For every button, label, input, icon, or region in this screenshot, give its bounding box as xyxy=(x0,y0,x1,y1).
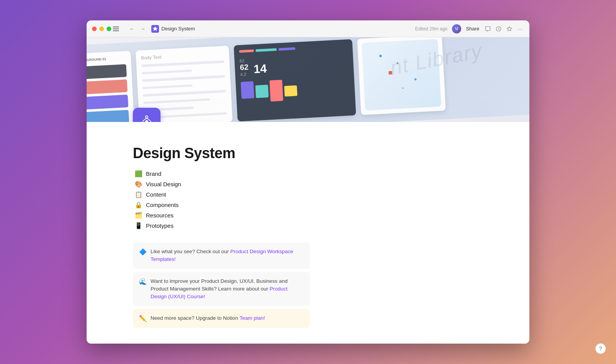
window-title: Design System xyxy=(161,26,195,32)
banner-card-dashboard: 62 62 4.2 14 xyxy=(234,39,356,122)
info-card-templates: 🔷 Like what you see? Check out our Produ… xyxy=(133,242,310,269)
banner-card-colors: BACKGROUND 01 xyxy=(87,51,134,122)
content-label: Content xyxy=(146,191,166,198)
sidebar-toggle-button[interactable] xyxy=(113,24,122,33)
help-button[interactable]: ? xyxy=(595,343,606,354)
content-icon: 📋 xyxy=(134,191,143,198)
comment-icon[interactable] xyxy=(484,25,492,33)
traffic-lights xyxy=(92,27,111,31)
nav-item-brand[interactable]: 🟩 Brand xyxy=(133,169,483,178)
main-content: Design System 🟩 Brand 🎨 Visual Design 📋 … xyxy=(87,122,529,343)
share-button[interactable]: Share xyxy=(466,26,479,32)
course-card-icon: 🌊 xyxy=(139,278,147,285)
clock-icon[interactable] xyxy=(495,25,502,33)
visual-design-label: Visual Design xyxy=(146,181,181,187)
titlebar-right-controls: Edited 29m ago U Share ··· xyxy=(415,24,524,33)
course-card-text: Want to improve your Product Design, UX/… xyxy=(151,277,304,301)
page-icon xyxy=(133,108,161,122)
nav-item-visual-design[interactable]: 🎨 Visual Design xyxy=(133,180,483,189)
page-title: Design System xyxy=(133,145,483,162)
star-icon[interactable] xyxy=(506,25,513,33)
info-cards: 🔷 Like what you see? Check out our Produ… xyxy=(133,242,310,328)
upgrade-card-text: Need more space? Upgrade to Notion Team … xyxy=(151,314,265,322)
brand-label: Brand xyxy=(146,170,161,177)
brand-icon: 🟩 xyxy=(134,170,143,177)
edited-timestamp: Edited 29m ago xyxy=(415,26,447,32)
maximize-button[interactable] xyxy=(107,27,111,31)
templates-card-text: Like what you see? Check out our Product… xyxy=(151,248,304,264)
app-window: ← → Design System Edited 29m ago U Share xyxy=(87,20,529,344)
templates-link[interactable]: Product Design Workspace Templates! xyxy=(151,249,293,262)
upgrade-card-icon: ✏️ xyxy=(139,315,147,322)
course-link[interactable]: Product Design (UX/UI) Course! xyxy=(151,286,288,299)
components-icon: 🔒 xyxy=(134,201,143,209)
components-label: Components xyxy=(146,202,179,208)
prototypes-label: Prototypes xyxy=(146,222,174,229)
templates-card-icon: 🔷 xyxy=(139,248,147,255)
info-card-course: 🌊 Want to improve your Product Design, U… xyxy=(133,272,310,306)
forward-button[interactable]: → xyxy=(138,24,147,33)
back-button[interactable]: ← xyxy=(127,24,137,33)
titlebar-action-icons: ··· xyxy=(484,25,524,33)
page-favicon xyxy=(151,25,159,33)
page-content: BACKGROUND 01 Body Text xyxy=(87,37,529,344)
titlebar: ← → Design System Edited 29m ago U Share xyxy=(87,20,529,37)
page-icon-wrapper xyxy=(133,108,161,122)
minimize-button[interactable] xyxy=(99,27,104,31)
page-nav-list: 🟩 Brand 🎨 Visual Design 📋 Content 🔒 Comp… xyxy=(133,169,483,230)
resources-icon: 🗂️ xyxy=(134,212,143,219)
nav-item-components[interactable]: 🔒 Components xyxy=(133,200,483,209)
user-avatar[interactable]: U xyxy=(452,24,461,33)
prototypes-icon: 📱 xyxy=(134,222,143,229)
visual-design-icon: 🎨 xyxy=(134,180,143,188)
navigation-controls: ← → xyxy=(127,24,147,33)
nav-item-content[interactable]: 📋 Content xyxy=(133,190,483,199)
info-card-upgrade: ✏️ Need more space? Upgrade to Notion Te… xyxy=(133,309,310,327)
nav-item-resources[interactable]: 🗂️ Resources xyxy=(133,211,483,220)
svg-point-1 xyxy=(146,116,148,118)
team-plan-link[interactable]: Team plan! xyxy=(239,315,265,321)
more-options-icon[interactable]: ··· xyxy=(516,25,524,33)
close-button[interactable] xyxy=(92,27,97,31)
resources-label: Resources xyxy=(146,212,174,219)
nav-item-prototypes[interactable]: 📱 Prototypes xyxy=(133,221,483,230)
hero-banner: BACKGROUND 01 Body Text xyxy=(87,37,529,122)
